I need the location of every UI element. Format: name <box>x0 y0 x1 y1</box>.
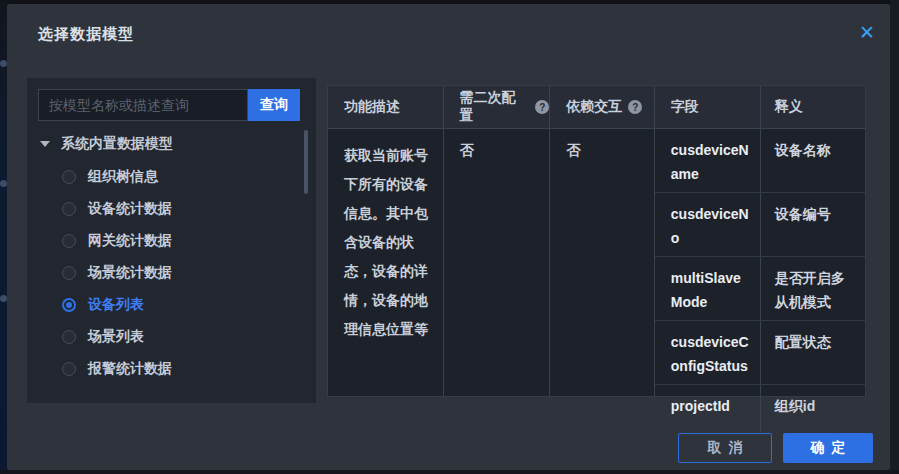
select-data-model-dialog: 选择数据模型 ✕ 查询 系统内置数据模型 组织树信息 设备统计数据 <box>7 4 890 470</box>
background-dot <box>0 60 7 67</box>
header-depend-interact: 依赖交互 ? <box>550 86 654 129</box>
search-row: 查询 <box>38 89 300 121</box>
tree-item-label: 设备统计数据 <box>88 200 172 218</box>
model-list-panel: 查询 系统内置数据模型 组织树信息 设备统计数据 网关统计数据 <box>27 78 316 403</box>
screen: 选择数据模型 ✕ 查询 系统内置数据模型 组织树信息 设备统计数据 <box>0 0 899 474</box>
cell-description: 获取当前账号下所有的设备信息。其中包含设备的状态，设备的详情，设备的地理信息位置… <box>328 129 443 344</box>
tree-item-org-tree[interactable]: 组织树信息 <box>27 161 316 193</box>
radio-icon[interactable] <box>62 234 76 248</box>
page-left-edge <box>0 0 7 474</box>
cell-need-config: 否 <box>444 129 550 160</box>
cancel-button[interactable]: 取消 <box>678 433 772 463</box>
field-row: cusdeviceName 设备名称 <box>655 129 865 193</box>
tree-item-scene-stats[interactable]: 场景统计数据 <box>27 257 316 289</box>
model-tree-items: 组织树信息 设备统计数据 网关统计数据 场景统计数据 设备列表 <box>27 161 316 385</box>
radio-icon[interactable] <box>62 330 76 344</box>
cell-field-meaning: 配置状态 <box>761 321 865 384</box>
tree-item-label: 场景统计数据 <box>88 264 172 282</box>
tree-item-label: 网关统计数据 <box>88 232 172 250</box>
tree-item-device-list[interactable]: 设备列表 <box>27 289 316 321</box>
tree-item-scene-list[interactable]: 场景列表 <box>27 321 316 353</box>
header-need-config: 需二次配置 ? <box>444 86 550 129</box>
radio-selected-icon[interactable] <box>62 298 76 312</box>
field-row: multiSlaveMode 是否开启多从机模式 <box>655 257 865 321</box>
header-meaning: 释义 <box>761 86 865 129</box>
cell-field-meaning: 是否开启多从机模式 <box>761 257 865 320</box>
radio-icon[interactable] <box>62 202 76 216</box>
tree-root-system-models[interactable]: 系统内置数据模型 <box>40 132 173 156</box>
tree-item-alarm-stats[interactable]: 报警统计数据 <box>27 353 316 385</box>
close-icon[interactable]: ✕ <box>852 18 882 48</box>
header-field: 字段 <box>655 86 761 129</box>
field-row: cusdeviceNo 设备编号 <box>655 193 865 257</box>
tree-root-label: 系统内置数据模型 <box>61 135 173 153</box>
column-depend-interact: 依赖交互 ? 否 <box>550 86 655 396</box>
cell-field-name: cusdeviceConfigStatus <box>655 321 761 384</box>
tree-item-label: 场景列表 <box>88 328 144 346</box>
cell-field-meaning: 设备编号 <box>761 193 865 256</box>
cell-field-name: cusdeviceName <box>655 129 761 192</box>
caret-down-icon <box>40 141 50 147</box>
cell-field-name: cusdeviceNo <box>655 193 761 256</box>
background-dot <box>0 295 7 302</box>
radio-icon[interactable] <box>62 362 76 376</box>
radio-icon[interactable] <box>62 266 76 280</box>
cell-field-meaning: 设备名称 <box>761 129 865 192</box>
search-input[interactable] <box>38 89 248 121</box>
field-row: projectId 组织id <box>655 385 865 432</box>
header-depend-interact-label: 依赖交互 <box>566 98 622 116</box>
cell-field-name: multiSlaveMode <box>655 257 761 320</box>
header-need-config-label: 需二次配置 <box>460 89 530 125</box>
page-bottom-edge <box>0 470 899 474</box>
column-description: 功能描述 获取当前账号下所有的设备信息。其中包含设备的状态，设备的详情，设备的地… <box>328 86 444 396</box>
cell-field-meaning: 组织id <box>761 385 865 432</box>
column-need-config: 需二次配置 ? 否 <box>444 86 551 396</box>
help-icon[interactable]: ? <box>535 100 549 114</box>
query-button[interactable]: 查询 <box>248 89 300 121</box>
tree-item-device-stats[interactable]: 设备统计数据 <box>27 193 316 225</box>
help-icon[interactable]: ? <box>628 100 642 114</box>
fields-header-row: 字段 释义 <box>655 86 865 129</box>
model-detail-table: 功能描述 获取当前账号下所有的设备信息。其中包含设备的状态，设备的详情，设备的地… <box>327 85 866 397</box>
cell-depend-interact: 否 <box>550 129 654 160</box>
tree-item-label: 组织树信息 <box>88 168 158 186</box>
radio-icon[interactable] <box>62 170 76 184</box>
confirm-button[interactable]: 确定 <box>783 433 873 463</box>
columns-field-meaning: 字段 释义 cusdeviceName 设备名称 cusdeviceNo 设备编… <box>655 86 865 396</box>
cell-field-name: projectId <box>655 385 761 432</box>
tree-item-label: 报警统计数据 <box>88 360 172 378</box>
tree-item-label: 设备列表 <box>88 296 144 314</box>
page-right-edge <box>890 0 899 474</box>
field-rows: cusdeviceName 设备名称 cusdeviceNo 设备编号 mult… <box>655 129 865 432</box>
dialog-title: 选择数据模型 <box>38 25 134 44</box>
field-row: cusdeviceConfigStatus 配置状态 <box>655 321 865 385</box>
header-description: 功能描述 <box>328 86 443 129</box>
background-dot <box>0 180 7 187</box>
tree-item-gateway-stats[interactable]: 网关统计数据 <box>27 225 316 257</box>
panel-scrollbar[interactable] <box>304 130 308 194</box>
